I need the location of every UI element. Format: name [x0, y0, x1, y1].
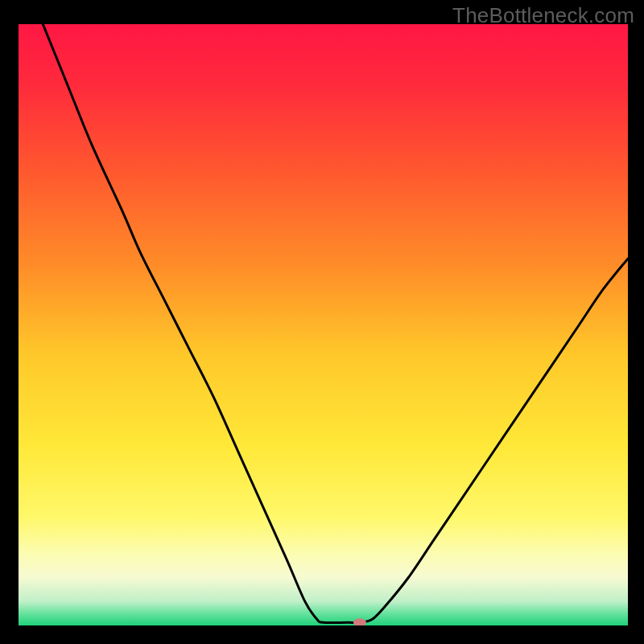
chart-plot-area — [19, 24, 628, 625]
chart-svg — [19, 24, 628, 625]
chart-background — [19, 24, 628, 625]
watermark-text: TheBottleneck.com — [452, 3, 634, 28]
